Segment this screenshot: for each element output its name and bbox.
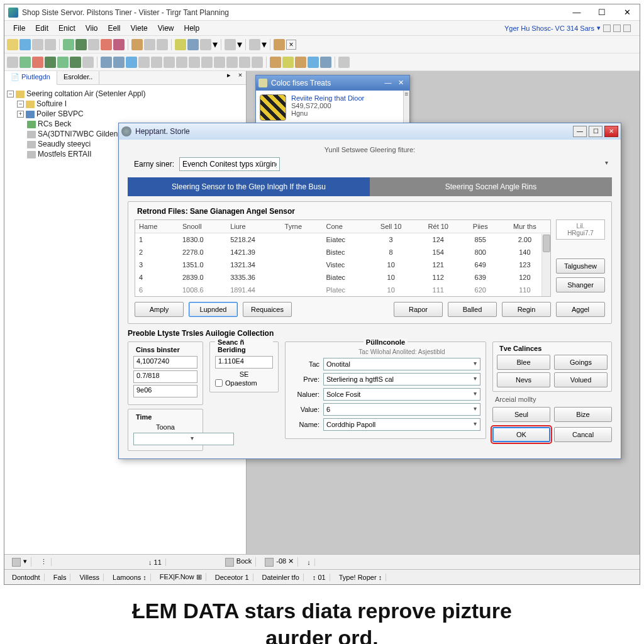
- tb2-cam-icon[interactable]: [214, 57, 225, 68]
- tb2-cal-icon[interactable]: [113, 57, 125, 68]
- tree-n1[interactable]: Softuire I: [36, 99, 67, 108]
- col-header[interactable]: Tyrne: [281, 220, 323, 233]
- tb2-scale-icon[interactable]: [239, 57, 250, 68]
- siner-select[interactable]: [179, 157, 280, 171]
- tb2-x-icon[interactable]: [201, 57, 213, 68]
- table-row[interactable]: 11830.05218.24Eiatec31248552.00: [135, 233, 550, 247]
- tb-refresh-icon[interactable]: [63, 39, 74, 50]
- col-header[interactable]: Rét 10: [415, 220, 462, 233]
- blee-button[interactable]: Blee: [497, 355, 550, 370]
- float-window[interactable]: Coloc fises Treats — ✕ Reviite Reing tha…: [255, 75, 410, 125]
- tb2-play2-icon[interactable]: [70, 57, 81, 68]
- table-row[interactable]: 22278.01421.39Bistec8154800140: [135, 246, 550, 258]
- tb2-gear-icon[interactable]: [189, 57, 200, 68]
- sensor-table[interactable]: HameSnoollLiureTyrneConeSell 10Rét 10Pii…: [135, 219, 551, 297]
- tb2-a-icon[interactable]: [7, 57, 18, 68]
- dialog-min-button[interactable]: —: [573, 126, 587, 137]
- table-row[interactable]: 61008.61891.44Platec10111620110: [135, 284, 550, 296]
- tb-list-icon[interactable]: [88, 39, 99, 50]
- tb-table-icon[interactable]: [131, 39, 143, 50]
- st-dateinler[interactable]: Dateinler tfo: [258, 574, 304, 581]
- st-dontodht[interactable]: Dontodht: [8, 574, 45, 581]
- tb2-tree-icon[interactable]: [82, 57, 94, 68]
- pill-select[interactable]: [323, 388, 480, 401]
- tb-flag-icon[interactable]: [113, 39, 125, 50]
- menu-viete[interactable]: Viete: [126, 23, 153, 34]
- tb2-node2-icon[interactable]: [295, 57, 306, 68]
- tb-pkg-icon[interactable]: [225, 39, 236, 50]
- tb-dash-icon[interactable]: [157, 39, 168, 50]
- tb2-clock-icon[interactable]: [126, 57, 137, 68]
- tb2-person-icon[interactable]: [270, 57, 281, 68]
- lupnded-button[interactable]: Lupnded: [189, 302, 238, 317]
- st-type[interactable]: Type! Roper ↕: [335, 574, 386, 581]
- tb-hammer-icon[interactable]: [274, 39, 285, 50]
- tb-dd-icon[interactable]: [200, 39, 211, 50]
- side-close-icon[interactable]: ×: [235, 71, 246, 84]
- table-row[interactable]: 42839.03335.36Biatec10112639120: [135, 271, 550, 284]
- maximize-button[interactable]: ☐: [589, 5, 614, 20]
- st-fals[interactable]: Fals: [50, 574, 71, 581]
- side-pin-icon[interactable]: ▸: [223, 71, 235, 84]
- side-tab-other[interactable]: Esrolder..: [57, 71, 99, 84]
- tree-n6[interactable]: Mostfels ERTAII: [38, 150, 92, 158]
- rapor-button[interactable]: Rapor: [394, 302, 443, 317]
- volued-button[interactable]: Volued: [554, 372, 608, 387]
- st-fexf[interactable]: FEX|F.Now ⊞: [156, 573, 206, 581]
- aggel-button[interactable]: Aggel: [556, 302, 605, 317]
- menu-viio[interactable]: Viio: [80, 23, 103, 34]
- tree-n2[interactable]: Poiler SBVPC: [36, 109, 84, 118]
- tb-run-icon[interactable]: [75, 39, 87, 50]
- cancel-button[interactable]: Cancal: [554, 427, 612, 442]
- menu-file[interactable]: File: [8, 23, 30, 34]
- table-row[interactable]: 31351.01321.34Vistec10121649123: [135, 258, 550, 271]
- col-header[interactable]: Liure: [226, 220, 280, 233]
- tb-close-icon[interactable]: ×: [286, 40, 296, 50]
- menu-enict[interactable]: Enict: [53, 23, 80, 34]
- tb2-cam2-icon[interactable]: [226, 57, 238, 68]
- back-icon[interactable]: [225, 558, 234, 567]
- menu-view[interactable]: View: [153, 23, 179, 34]
- st-villess[interactable]: Villess: [75, 574, 104, 581]
- float-scrollbar[interactable]: ≡: [403, 91, 409, 125]
- balled-button[interactable]: Balled: [448, 302, 497, 317]
- amply-button[interactable]: Amply: [135, 302, 184, 317]
- sean-field[interactable]: 1.110E4: [215, 356, 273, 369]
- back-label[interactable]: Bock: [236, 557, 252, 565]
- tb2-dash-icon[interactable]: [252, 57, 263, 68]
- tb2-fwd-icon[interactable]: [19, 57, 31, 68]
- tb2-panel-icon[interactable]: [320, 57, 331, 68]
- tree-n3[interactable]: RCs Beck: [38, 119, 71, 128]
- tree-n5[interactable]: Seaudly steeyci: [38, 140, 91, 148]
- tb-saveall-icon[interactable]: [45, 39, 56, 50]
- menu-eell[interactable]: Eell: [103, 23, 126, 34]
- seul-button[interactable]: Seul: [492, 407, 550, 422]
- tb-open-icon[interactable]: [19, 39, 31, 50]
- ok-button[interactable]: OK: [492, 427, 550, 442]
- pill-select[interactable]: [323, 403, 480, 416]
- nevs-button[interactable]: Nevs: [497, 372, 550, 387]
- tb-stop-icon[interactable]: [101, 39, 112, 50]
- time-select[interactable]: [133, 433, 234, 445]
- float-min-button[interactable]: —: [382, 77, 394, 89]
- pill-select[interactable]: [323, 373, 480, 386]
- tb-save-icon[interactable]: [32, 39, 43, 50]
- tb2-node-icon[interactable]: [282, 57, 294, 68]
- col-header[interactable]: Snooll: [179, 220, 226, 233]
- regin-button[interactable]: Regin: [502, 302, 551, 317]
- tb2-people-icon[interactable]: [151, 57, 162, 68]
- tb2-doc-icon[interactable]: [138, 57, 150, 68]
- cins-field-1[interactable]: 4,1007240: [133, 356, 197, 369]
- tb2-back-icon[interactable]: [32, 57, 43, 68]
- close-button[interactable]: ✕: [614, 5, 640, 20]
- goings-button[interactable]: Goings: [554, 355, 608, 370]
- float-close-button[interactable]: ✕: [394, 77, 407, 89]
- side-tab-active[interactable]: 📄 Piutlegdn: [4, 71, 57, 85]
- dialog-max-button[interactable]: ☐: [589, 126, 602, 137]
- col-header[interactable]: Hame: [135, 220, 179, 233]
- shanger-button[interactable]: Shanger: [556, 277, 605, 292]
- tb2-globe-icon[interactable]: [308, 57, 319, 68]
- float-titlebar[interactable]: Coloc fises Treats — ✕: [256, 75, 409, 91]
- cins-field-3[interactable]: 9e06: [133, 385, 197, 397]
- tb-share-icon[interactable]: [249, 39, 260, 50]
